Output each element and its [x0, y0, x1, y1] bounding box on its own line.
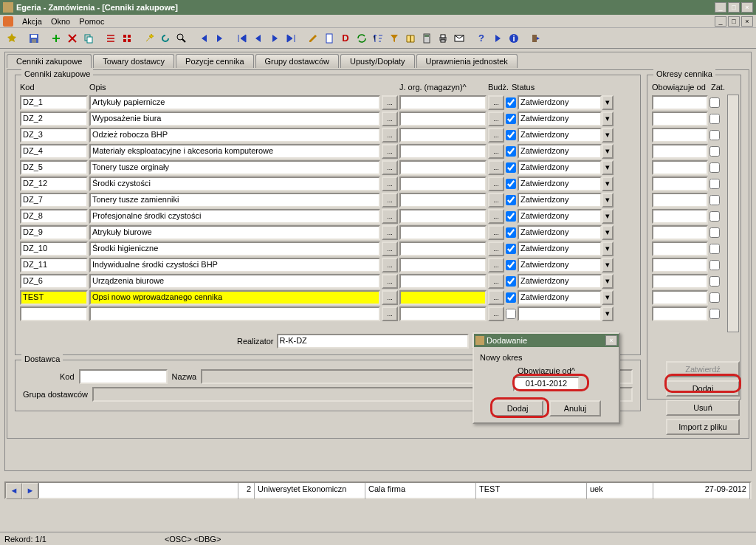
status-dropdown[interactable]: ▾	[602, 95, 614, 110]
cell-org[interactable]	[399, 290, 487, 305]
okresy-date[interactable]	[652, 176, 708, 191]
status-cell[interactable]: Zatwierdzony	[518, 241, 602, 256]
okresy-zat-check[interactable]	[709, 114, 720, 124]
okresy-scrollbar[interactable]	[727, 95, 739, 332]
cell-opis[interactable]: Artykuły papiernicze	[89, 95, 380, 110]
cell-org[interactable]	[399, 274, 487, 289]
cell-kod[interactable]: DZ_9	[20, 225, 88, 240]
delete-icon[interactable]	[65, 31, 80, 46]
status-dropdown[interactable]: ▾	[602, 209, 614, 224]
close-button[interactable]: ×	[741, 2, 753, 13]
lookup-btn[interactable]: ...	[382, 290, 398, 305]
dialog-close[interactable]: ×	[605, 335, 617, 346]
table-row[interactable]: DZ_11Indywidualne środki czystości BHP..…	[20, 257, 636, 273]
org-lookup-btn[interactable]: ...	[488, 258, 504, 272]
org-lookup-btn[interactable]: ...	[488, 193, 504, 208]
cell-kod[interactable]: DZ_12	[20, 176, 88, 191]
menu-okno[interactable]: Okno	[51, 17, 70, 26]
status-dropdown[interactable]: ▾	[602, 112, 614, 126]
tab-upusty[interactable]: Upusty/Dopłaty	[340, 54, 415, 68]
cell-kod[interactable]: DZ_6	[20, 274, 88, 289]
okresy-row[interactable]	[652, 127, 720, 143]
table-row[interactable]: DZ_1Artykuły papiernicze......Zatwierdzo…	[20, 95, 636, 111]
status-dropdown[interactable]: ▾	[602, 225, 614, 240]
lookup-btn[interactable]: ...	[382, 95, 398, 110]
org-lookup-btn[interactable]: ...	[488, 95, 504, 110]
realizator-field[interactable]: R-K-DZ	[277, 334, 469, 349]
okresy-zat-check[interactable]	[709, 309, 720, 319]
table-row[interactable]: ......▾	[20, 306, 636, 322]
okresy-row[interactable]	[652, 273, 720, 289]
book-icon[interactable]	[403, 31, 418, 46]
tab-cenniki[interactable]: Cenniki zakupowe	[7, 54, 92, 68]
budz-check[interactable]	[506, 292, 516, 303]
nav-first-icon[interactable]	[196, 31, 211, 46]
budz-check[interactable]	[506, 146, 516, 157]
mdi-maximize-button[interactable]: □	[728, 16, 740, 27]
lookup-btn[interactable]: ...	[382, 128, 398, 143]
sort-icon[interactable]	[371, 31, 385, 46]
status-dropdown[interactable]: ▾	[602, 160, 614, 175]
status-cell[interactable]: Zatwierdzony	[518, 274, 602, 289]
cell-kod[interactable]: DZ_7	[20, 193, 88, 208]
okresy-date[interactable]	[652, 193, 708, 208]
okresy-zat-check[interactable]	[709, 162, 720, 173]
table-row[interactable]: DZ_6Urządzenia biurowe......Zatwierdzony…	[20, 273, 636, 289]
copy-icon[interactable]	[81, 31, 96, 46]
okresy-zat-check[interactable]	[709, 211, 720, 222]
org-lookup-btn[interactable]: ...	[488, 209, 504, 224]
rec-prev-icon[interactable]	[251, 31, 266, 46]
sync-icon[interactable]	[354, 31, 369, 46]
cell-opis[interactable]: Tonery tusze orginały	[89, 160, 380, 175]
dialog-dodaj-button[interactable]: Dodaj	[492, 400, 543, 417]
status-dropdown[interactable]: ▾	[602, 241, 614, 256]
menu-pomoc[interactable]: Pomoc	[79, 17, 104, 26]
budz-check[interactable]	[506, 97, 516, 108]
okresy-row[interactable]	[652, 241, 720, 257]
zatwierdz-button[interactable]: Zatwierdź	[666, 361, 740, 377]
dodaj-button[interactable]: Dodaj	[666, 380, 740, 397]
tab-uprawnienia[interactable]: Uprawnienia jednostek	[416, 54, 518, 68]
help-icon[interactable]: ?	[474, 31, 489, 46]
cell-org[interactable]	[399, 128, 487, 143]
cell-org[interactable]	[399, 258, 487, 272]
okresy-date[interactable]	[652, 209, 708, 224]
status-cell[interactable]: Zatwierdzony	[518, 176, 602, 191]
table-row[interactable]: DZ_8Profesjonalne środki czystości......…	[20, 208, 636, 224]
budz-check[interactable]	[506, 114, 516, 124]
status-cell[interactable]: Zatwierdzony	[518, 144, 602, 159]
edit-icon[interactable]	[306, 31, 320, 46]
lookup-btn[interactable]: ...	[382, 176, 398, 191]
okresy-zat-check[interactable]	[709, 130, 720, 140]
mail-icon[interactable]	[452, 31, 467, 46]
grid-icon[interactable]	[120, 31, 134, 46]
status-dropdown[interactable]: ▾	[602, 176, 614, 191]
cell-org[interactable]	[399, 160, 487, 175]
org-lookup-btn[interactable]: ...	[488, 225, 504, 240]
tab-pozycje[interactable]: Pozycje cennika	[176, 54, 254, 68]
status-cell[interactable]: Zatwierdzony	[518, 225, 602, 240]
print-icon[interactable]	[436, 31, 450, 46]
status-dropdown[interactable]: ▾	[602, 274, 614, 289]
org-lookup-btn[interactable]: ...	[488, 144, 504, 159]
cell-opis[interactable]: Urządzenia biurowe	[89, 274, 380, 289]
budz-check[interactable]	[506, 179, 516, 189]
okresy-row[interactable]	[652, 192, 720, 208]
okresy-row[interactable]	[652, 160, 720, 176]
lookup-btn[interactable]: ...	[382, 241, 398, 256]
status-cell[interactable]: Zatwierdzony	[518, 112, 602, 126]
rec-last-icon[interactable]	[284, 31, 298, 46]
doc-icon[interactable]	[322, 31, 337, 46]
status-cell[interactable]: Zatwierdzony	[518, 258, 602, 272]
table-row[interactable]: DZ_2Wyposażenie biura......Zatwierdzony▾	[20, 111, 636, 127]
rec-first-icon[interactable]	[235, 31, 250, 46]
lookup-btn[interactable]: ...	[382, 112, 398, 126]
org-lookup-btn[interactable]: ...	[488, 241, 504, 256]
okresy-zat-check[interactable]	[709, 276, 720, 287]
table-row[interactable]: DZ_9Atrykuły biurowe......Zatwierdzony▾	[20, 224, 636, 241]
budz-check[interactable]	[506, 211, 516, 222]
lookup-btn[interactable]: ...	[382, 258, 398, 272]
cell-org[interactable]	[399, 241, 487, 256]
refresh-icon[interactable]	[158, 31, 173, 46]
table-row[interactable]: TESTOpsi nowo wprowadzanego cennika.....…	[20, 289, 636, 306]
